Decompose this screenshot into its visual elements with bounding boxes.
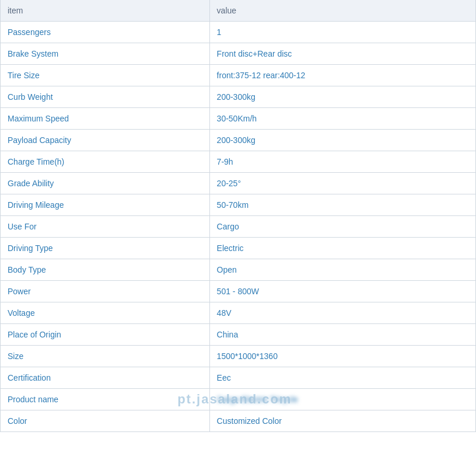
item-cell: Tire Size <box>1 65 210 86</box>
table-row: Product nameCargo Electric Tricyclept.ja… <box>1 389 476 410</box>
table-row: Brake SystemFront disc+Rear disc <box>1 43 476 65</box>
value-cell: 30-50Km/h <box>209 108 475 130</box>
value-cell: 501 - 800W <box>209 281 475 302</box>
table-row: Power501 - 800W <box>1 281 476 302</box>
item-cell: Certification <box>1 367 210 389</box>
table-row: Body TypeOpen <box>1 259 476 281</box>
table-row: CertificationEec <box>1 367 476 389</box>
value-cell: 1500*1000*1360 <box>209 346 475 367</box>
value-cell: front:375-12 rear:400-12 <box>209 65 475 86</box>
table-row: Voltage48V <box>1 302 476 324</box>
item-cell: Place of Origin <box>1 324 210 346</box>
specs-table: item value Passengers1Brake SystemFront … <box>0 0 476 432</box>
value-cell: Front disc+Rear disc <box>209 43 475 65</box>
value-cell: Electric <box>209 238 475 259</box>
item-cell: Brake System <box>1 43 210 65</box>
table-header: item value <box>1 0 476 22</box>
item-cell: Power <box>1 281 210 302</box>
item-cell: Charge Time(h) <box>1 151 210 173</box>
item-cell: Size <box>1 346 210 367</box>
item-cell: Maximum Speed <box>1 108 210 130</box>
value-cell: 200-300kg <box>209 130 475 151</box>
value-cell: 1 <box>209 22 475 43</box>
table-row: Size1500*1000*1360 <box>1 346 476 367</box>
table-row: Place of OriginChina <box>1 324 476 346</box>
item-cell: Color <box>1 410 210 432</box>
item-cell: Body Type <box>1 259 210 281</box>
value-cell: 200-300kg <box>209 86 475 108</box>
item-cell: Use For <box>1 216 210 238</box>
item-cell: Product name <box>1 389 210 410</box>
table-row: Curb Weight200-300kg <box>1 86 476 108</box>
table-row: Payload Capacity200-300kg <box>1 130 476 151</box>
item-cell: Curb Weight <box>1 86 210 108</box>
table-row: Driving TypeElectric <box>1 238 476 259</box>
value-cell: 7-9h <box>209 151 475 173</box>
table-row: Use ForCargo <box>1 216 476 238</box>
value-cell: Cargo Electric Tricyclept.jasaland.com <box>209 389 475 410</box>
table-row: Charge Time(h)7-9h <box>1 151 476 173</box>
table-row: Tire Sizefront:375-12 rear:400-12 <box>1 65 476 86</box>
item-cell: Driving Type <box>1 238 210 259</box>
item-cell: Payload Capacity <box>1 130 210 151</box>
value-cell: 20-25° <box>209 173 475 194</box>
value-cell: 50-70km <box>209 194 475 216</box>
item-cell: Voltage <box>1 302 210 324</box>
header-item: item <box>1 0 210 22</box>
item-cell: Passengers <box>1 22 210 43</box>
item-cell: Driving Mileage <box>1 194 210 216</box>
table-row: Driving Mileage50-70km <box>1 194 476 216</box>
table-row: Maximum Speed30-50Km/h <box>1 108 476 130</box>
value-cell: China <box>209 324 475 346</box>
table-row: Grade Ability20-25° <box>1 173 476 194</box>
item-cell: Grade Ability <box>1 173 210 194</box>
header-value: value <box>209 0 475 22</box>
table-row: ColorCustomized Color <box>1 410 476 432</box>
value-cell: Open <box>209 259 475 281</box>
value-cell: 48V <box>209 302 475 324</box>
value-cell: Eec <box>209 367 475 389</box>
table-row: Passengers1 <box>1 22 476 43</box>
value-cell: Cargo <box>209 216 475 238</box>
value-cell: Customized Color <box>209 410 475 432</box>
